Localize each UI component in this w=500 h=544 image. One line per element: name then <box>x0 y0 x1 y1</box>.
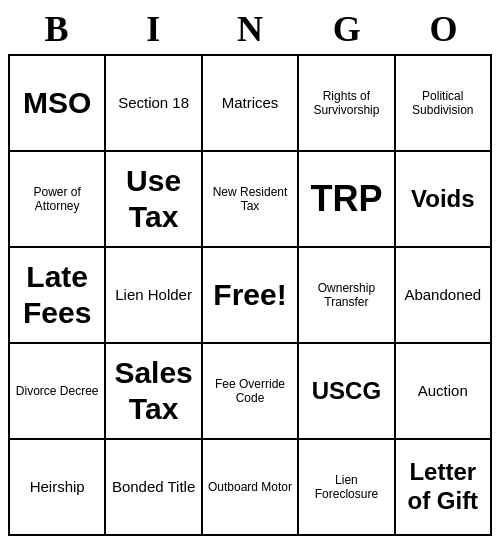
cell-text-17: Fee Override Code <box>207 377 293 406</box>
cell-text-22: Outboard Motor <box>208 480 292 494</box>
cell-text-24: Letter of Gift <box>400 458 486 516</box>
bingo-cell-19: Auction <box>396 344 492 440</box>
bingo-grid: MSOSection 18MatricesRights of Survivors… <box>8 54 492 536</box>
bingo-cell-23: Lien Foreclosure <box>299 440 395 536</box>
bingo-letter-O: O <box>400 8 488 50</box>
cell-text-1: Section 18 <box>118 94 189 112</box>
bingo-cell-24: Letter of Gift <box>396 440 492 536</box>
cell-text-10: Late Fees <box>14 259 100 331</box>
bingo-cell-16: Sales Tax <box>106 344 202 440</box>
bingo-cell-12: Free! <box>203 248 299 344</box>
bingo-cell-15: Divorce Decree <box>10 344 106 440</box>
bingo-letter-I: I <box>109 8 197 50</box>
bingo-cell-1: Section 18 <box>106 56 202 152</box>
cell-text-11: Lien Holder <box>115 286 192 304</box>
bingo-cell-18: USCG <box>299 344 395 440</box>
bingo-cell-6: Use Tax <box>106 152 202 248</box>
cell-text-8: TRP <box>310 177 382 220</box>
cell-text-18: USCG <box>312 377 381 406</box>
cell-text-6: Use Tax <box>110 163 196 235</box>
cell-text-12: Free! <box>213 277 286 313</box>
bingo-cell-13: Ownership Transfer <box>299 248 395 344</box>
cell-text-15: Divorce Decree <box>16 384 99 398</box>
bingo-cell-10: Late Fees <box>10 248 106 344</box>
cell-text-14: Abandoned <box>404 286 481 304</box>
cell-text-9: Voids <box>411 185 475 214</box>
bingo-cell-3: Rights of Survivorship <box>299 56 395 152</box>
bingo-cell-11: Lien Holder <box>106 248 202 344</box>
cell-text-16: Sales Tax <box>110 355 196 427</box>
cell-text-7: New Resident Tax <box>207 185 293 214</box>
bingo-cell-8: TRP <box>299 152 395 248</box>
bingo-cell-0: MSO <box>10 56 106 152</box>
bingo-letter-B: B <box>12 8 100 50</box>
cell-text-19: Auction <box>418 382 468 400</box>
cell-text-20: Heirship <box>30 478 85 496</box>
cell-text-2: Matrices <box>222 94 279 112</box>
cell-text-23: Lien Foreclosure <box>303 473 389 502</box>
bingo-cell-21: Bonded Title <box>106 440 202 536</box>
cell-text-13: Ownership Transfer <box>303 281 389 310</box>
bingo-cell-7: New Resident Tax <box>203 152 299 248</box>
bingo-cell-4: Political Subdivision <box>396 56 492 152</box>
bingo-letter-N: N <box>206 8 294 50</box>
bingo-header: BINGO <box>8 8 492 50</box>
cell-text-5: Power of Attorney <box>14 185 100 214</box>
cell-text-3: Rights of Survivorship <box>303 89 389 118</box>
bingo-cell-14: Abandoned <box>396 248 492 344</box>
bingo-cell-17: Fee Override Code <box>203 344 299 440</box>
cell-text-0: MSO <box>23 85 91 121</box>
cell-text-4: Political Subdivision <box>400 89 486 118</box>
bingo-cell-2: Matrices <box>203 56 299 152</box>
bingo-cell-5: Power of Attorney <box>10 152 106 248</box>
bingo-letter-G: G <box>303 8 391 50</box>
cell-text-21: Bonded Title <box>112 478 195 496</box>
bingo-cell-22: Outboard Motor <box>203 440 299 536</box>
bingo-cell-9: Voids <box>396 152 492 248</box>
bingo-cell-20: Heirship <box>10 440 106 536</box>
